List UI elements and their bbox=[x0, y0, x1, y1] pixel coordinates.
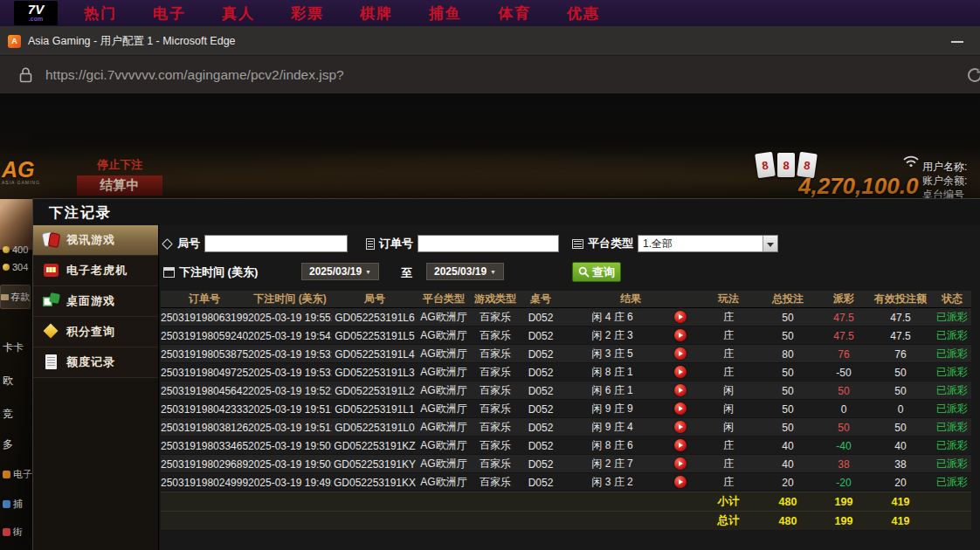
rail-item-label: 电子 bbox=[13, 468, 32, 481]
nav-menu-item[interactable]: 棋牌 bbox=[360, 3, 393, 24]
sidebar-item-dice[interactable]: 桌面游戏 bbox=[33, 286, 158, 317]
replay-button[interactable] bbox=[674, 311, 687, 323]
reload-icon[interactable] bbox=[965, 65, 980, 88]
platform-select[interactable]: 1.全部 bbox=[638, 235, 778, 252]
cell-game: 百家乐 bbox=[470, 347, 521, 361]
cell-result: 闲 6 庄 1 bbox=[561, 382, 700, 400]
left-rail-item[interactable]: 卡卡 bbox=[3, 340, 24, 355]
left-rail-item[interactable]: 街 bbox=[3, 526, 23, 539]
order-input[interactable] bbox=[418, 235, 559, 252]
user-info-line: 用户名称: bbox=[922, 160, 967, 174]
cell-status: 已派彩 bbox=[933, 347, 971, 361]
cell-play: 闲 bbox=[700, 420, 756, 435]
left-rail-item[interactable]: 400 bbox=[3, 244, 28, 255]
replay-button[interactable] bbox=[674, 384, 687, 396]
minimize-button[interactable] bbox=[945, 26, 970, 56]
cell-total-bet: 50 bbox=[756, 422, 819, 434]
cell-total-bet: 20 bbox=[756, 477, 819, 489]
document-icon bbox=[366, 238, 375, 250]
cell-order: 250319198049725 bbox=[161, 367, 248, 379]
cell-play: 庄 bbox=[700, 365, 756, 380]
table-header-cell: 有效投注额 bbox=[868, 292, 933, 306]
cell-play: 庄 bbox=[700, 310, 756, 325]
replay-button[interactable] bbox=[674, 347, 687, 360]
date-from-picker[interactable]: 2025/03/19 bbox=[301, 263, 379, 280]
round-input[interactable] bbox=[204, 235, 348, 252]
left-rail-item[interactable]: 多 bbox=[3, 437, 13, 452]
table-row: 250319198049725 2025-03-19 19:53:09 GD05… bbox=[161, 363, 971, 382]
table-header-cell: 派彩 bbox=[819, 292, 868, 306]
left-rail-item[interactable]: 304 bbox=[3, 262, 28, 272]
round-label: 局号 bbox=[177, 236, 200, 251]
rail-item-icon bbox=[3, 471, 10, 478]
nav-menu-item[interactable]: 真人 bbox=[222, 3, 255, 24]
left-rail-item[interactable]: 捕 bbox=[3, 498, 23, 511]
cell-time: 2025-03-19 19:52:31 bbox=[248, 385, 332, 397]
nav-menu-item[interactable]: 彩票 bbox=[291, 3, 324, 24]
replay-button[interactable] bbox=[674, 439, 687, 451]
replay-button[interactable] bbox=[674, 366, 687, 378]
left-rail-item[interactable]: 欧 bbox=[3, 374, 13, 388]
subtotal-row: 小计 480 199 419 bbox=[161, 492, 971, 511]
sidebar-item-diamond[interactable]: 积分查询 bbox=[33, 317, 158, 347]
rail-item-label: 400 bbox=[12, 244, 28, 255]
tag-icon bbox=[162, 238, 173, 250]
cell-platform: AG欧洲厅 bbox=[418, 365, 470, 380]
nav-menu-item[interactable]: 热门 bbox=[84, 3, 117, 24]
cell-result: 闲 2 庄 7 bbox=[561, 455, 700, 473]
result-text: 闲 3 庄 2 bbox=[561, 473, 664, 492]
cell-result: 闲 2 庄 3 bbox=[561, 327, 700, 345]
replay-button[interactable] bbox=[674, 329, 687, 341]
cell-time: 2025-03-19 19:51:59 bbox=[248, 403, 332, 416]
cell-total-bet: 50 bbox=[756, 403, 819, 416]
cell-round: GD052253191L2 bbox=[332, 385, 418, 397]
address-input[interactable]: https://gci.7vvvvvv.com/agingame/pcv2/in… bbox=[45, 56, 344, 94]
lock-icon[interactable] bbox=[19, 67, 32, 86]
chevron-down-icon[interactable] bbox=[763, 236, 777, 251]
cell-valid-bet: 47.5 bbox=[868, 312, 933, 324]
site-favicon-icon: A bbox=[8, 35, 21, 48]
nav-menu-item[interactable]: 体育 bbox=[498, 3, 531, 24]
sidebar-item-cards[interactable]: 视讯游戏 bbox=[33, 225, 158, 256]
cell-total-bet: 40 bbox=[756, 440, 819, 452]
cell-game: 百家乐 bbox=[470, 438, 521, 453]
cell-status: 已派彩 bbox=[933, 420, 971, 435]
cell-time: 2025-03-19 19:54:35 bbox=[248, 330, 332, 342]
sidebar-item-slot[interactable]: 电子老虎机 bbox=[33, 256, 158, 286]
nav-menu-item[interactable]: 优惠 bbox=[567, 3, 600, 24]
nav-menu-item[interactable]: 电子 bbox=[153, 3, 186, 24]
playing-card: 8 bbox=[755, 152, 776, 179]
date-to-picker[interactable]: 2025/03/19 bbox=[426, 263, 504, 280]
site-logo[interactable]: 7V .com bbox=[14, 1, 58, 25]
search-button[interactable]: 查询 bbox=[572, 262, 621, 282]
sidebar-item-ledger[interactable]: 额度记录 bbox=[33, 347, 158, 378]
replay-button[interactable] bbox=[674, 402, 687, 415]
cell-valid-bet: 40 bbox=[868, 440, 933, 452]
subtotal-label: 小计 bbox=[700, 494, 756, 509]
left-rail-item[interactable]: 电子 bbox=[3, 468, 32, 481]
cell-status: 已派彩 bbox=[933, 402, 971, 416]
replay-button[interactable] bbox=[674, 457, 687, 470]
url-bar: https://gci.7vvvvvv.com/agingame/pcv2/in… bbox=[0, 56, 980, 94]
result-text: 闲 2 庄 7 bbox=[561, 455, 664, 473]
replay-button[interactable] bbox=[674, 421, 687, 433]
cell-platform: AG欧洲厅 bbox=[418, 310, 470, 325]
left-rail-item[interactable]: 竞 bbox=[3, 407, 13, 422]
result-text: 闲 2 庄 3 bbox=[561, 327, 664, 345]
site-logo-sub: .com bbox=[29, 16, 43, 23]
cell-valid-bet: 38 bbox=[868, 458, 933, 471]
cell-result: 闲 8 庄 6 bbox=[561, 437, 700, 455]
nav-menu-item[interactable]: 捕鱼 bbox=[429, 3, 462, 24]
replay-button[interactable] bbox=[674, 476, 687, 488]
window-title-bar: A Asia Gaming - 用户配置 1 - Microsoft Edge bbox=[0, 26, 980, 56]
cell-order: 250319198063199 bbox=[161, 312, 248, 324]
cell-result: 闲 9 庄 9 bbox=[561, 400, 700, 418]
cell-payout: 38 bbox=[819, 458, 868, 471]
bet-time-label: 下注时间 (美东) bbox=[179, 265, 258, 280]
sidebar-item-label: 电子老虎机 bbox=[66, 263, 128, 278]
left-rail-item[interactable]: 存款 bbox=[0, 285, 31, 309]
cell-status: 已派彩 bbox=[933, 383, 971, 398]
cell-payout: -20 bbox=[819, 477, 868, 489]
cell-game: 百家乐 bbox=[470, 328, 521, 343]
cell-status: 已派彩 bbox=[933, 438, 971, 453]
